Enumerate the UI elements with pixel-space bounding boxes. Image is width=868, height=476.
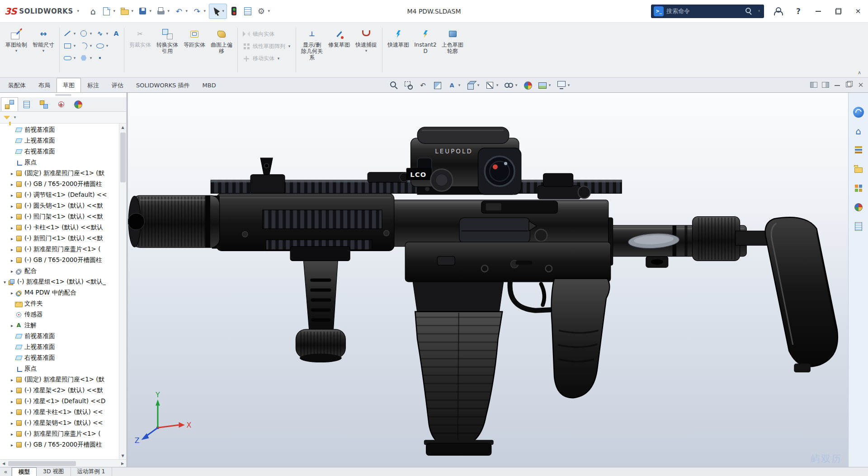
document-view-tab[interactable]: 3D 视图: [37, 467, 71, 476]
tree-item[interactable]: 上视基准面: [0, 342, 119, 352]
expand-arrow-icon[interactable]: ▾: [2, 280, 8, 285]
tree-item[interactable]: ▸ M4 PDW 中的配合: [0, 287, 119, 298]
panel-tab[interactable]: [52, 97, 70, 111]
expand-arrow-icon[interactable]: ▸: [9, 388, 15, 393]
titlebar-button[interactable]: [769, 0, 788, 22]
tree-item[interactable]: ▸ (固定) 新准星照门座<1> (默: [0, 168, 119, 179]
command-search[interactable]: [651, 5, 764, 18]
scroll-right-button[interactable]: [119, 460, 126, 467]
expand-arrow-icon[interactable]: ▸: [9, 171, 15, 176]
expand-arrow-icon[interactable]: ▸: [9, 323, 15, 328]
toolbar-button[interactable]: [209, 4, 227, 19]
document-window-button[interactable]: [821, 81, 830, 90]
tree-item[interactable]: ▾ (-) 新准星组<1> (默认) <默认_: [0, 276, 119, 287]
tree-item[interactable]: ▸ (-) 新照门<1> (默认) <<默: [0, 233, 119, 244]
sketch-tool-button[interactable]: [94, 40, 110, 52]
ribbon-button[interactable]: 快速草图: [385, 26, 412, 49]
tree-item[interactable]: 前视基准面: [0, 124, 119, 135]
ribbon-button[interactable]: 线性草图阵列: [240, 41, 293, 52]
command-tab[interactable]: MBD: [196, 78, 222, 92]
headsup-button[interactable]: [388, 79, 400, 91]
scroll-down-button[interactable]: [119, 452, 127, 459]
headsup-button[interactable]: [417, 79, 429, 91]
expand-arrow-icon[interactable]: ▸: [9, 290, 15, 295]
tree-item[interactable]: ▸ (-) 准星<1> (Default) <<D: [0, 396, 119, 407]
toolbar-button[interactable]: [155, 4, 172, 19]
titlebar-button[interactable]: [848, 0, 868, 22]
toolbar-button[interactable]: [100, 4, 118, 19]
titlebar-button[interactable]: [828, 0, 848, 22]
scrollbar-thumb[interactable]: [120, 133, 126, 182]
tree-item[interactable]: ▸ 注解: [0, 320, 119, 331]
document-view-tab[interactable]: 运动算例 1: [71, 467, 112, 476]
sketch-tool-button[interactable]: [111, 28, 122, 39]
expand-arrow-icon[interactable]: ▸: [9, 225, 15, 230]
ribbon-button[interactable]: 快速捕捉: [353, 26, 380, 54]
expand-arrow-icon[interactable]: ▸: [9, 421, 15, 426]
task-pane-button[interactable]: [851, 200, 866, 214]
tree-horizontal-scrollbar[interactable]: [0, 459, 126, 467]
tree-item[interactable]: 前视基准面: [0, 331, 119, 342]
headsup-button[interactable]: [465, 79, 481, 91]
task-pane-button[interactable]: [851, 219, 866, 233]
expand-arrow-icon[interactable]: ▸: [9, 432, 15, 437]
ribbon-collapse-button[interactable]: [855, 69, 863, 76]
headsup-button[interactable]: [402, 79, 415, 91]
toolbar-button[interactable]: [118, 4, 136, 19]
task-pane-button[interactable]: [851, 105, 866, 119]
ribbon-button[interactable]: Instant2D: [412, 26, 439, 56]
ribbon-button[interactable]: 智能尺寸: [30, 26, 57, 54]
expand-arrow-icon[interactable]: ▸: [9, 377, 15, 382]
document-window-button[interactable]: [833, 80, 842, 90]
toolbar-button[interactable]: [173, 4, 190, 19]
toolbar-button[interactable]: [228, 4, 241, 19]
tree-item[interactable]: ▸ (-) 卡柱<1> (默认) <<默认: [0, 222, 119, 233]
titlebar-button[interactable]: [808, 0, 828, 22]
tree-item[interactable]: ▸ (-) GB / T65-2000开槽圆柱: [0, 439, 119, 450]
expand-arrow-icon[interactable]: ▸: [9, 399, 15, 404]
tree-item[interactable]: ▸ (-) 准星卡柱<1> (默认) <<: [0, 407, 119, 418]
solidworks-menu[interactable]: 3S SOLIDWORKS: [5, 6, 80, 17]
scrollbar-thumb[interactable]: [8, 461, 76, 466]
tree-item[interactable]: ▸ 配合: [0, 266, 119, 276]
expand-arrow-icon[interactable]: ▸: [9, 193, 15, 198]
task-pane-button[interactable]: [851, 162, 866, 176]
document-window-button[interactable]: [856, 81, 865, 90]
model-canvas[interactable]: LEUPOLD LCO: [128, 93, 848, 467]
expand-arrow-icon[interactable]: ▸: [9, 236, 15, 241]
headsup-button[interactable]: [484, 79, 500, 91]
tree-item[interactable]: ▸ (-) 新准星照门座盖片<1> (: [0, 428, 119, 439]
tree-item[interactable]: 上视基准面: [0, 135, 119, 146]
scroll-up-button[interactable]: [119, 124, 127, 131]
tree-item[interactable]: 原点: [0, 363, 119, 374]
expand-arrow-icon[interactable]: ▸: [9, 214, 15, 219]
ribbon-button[interactable]: 草图绘制: [3, 26, 30, 54]
graphics-area[interactable]: LEUPOLD LCO: [128, 93, 848, 467]
expand-arrow-icon[interactable]: ▸: [9, 410, 15, 415]
search-caret-icon[interactable]: [757, 9, 761, 13]
expand-arrow-icon[interactable]: ▸: [9, 182, 15, 187]
ribbon-button[interactable]: 等距实体: [181, 26, 208, 49]
tab-scroll-left-button[interactable]: [0, 467, 12, 476]
headsup-button[interactable]: [555, 79, 572, 91]
ribbon-button[interactable]: 转换实体引用: [154, 26, 181, 56]
ribbon-button[interactable]: 镜向实体: [240, 29, 293, 39]
expand-arrow-icon[interactable]: ▸: [9, 258, 15, 263]
search-input[interactable]: [666, 8, 741, 14]
headsup-button[interactable]: [446, 79, 462, 91]
sketch-tool-button[interactable]: [62, 52, 77, 64]
panel-tab[interactable]: [70, 97, 87, 111]
tree-item[interactable]: ▸ (固定) 新准星照门座<1> (默: [0, 374, 119, 385]
tree-item[interactable]: 原点: [0, 157, 119, 168]
sketch-tool-button[interactable]: [78, 28, 94, 39]
tree-item[interactable]: ▸ (-) 新准星照门座盖片<1> (: [0, 244, 119, 255]
toolbar-button[interactable]: [137, 4, 154, 19]
expand-arrow-icon[interactable]: ▸: [9, 204, 15, 209]
panel-tab[interactable]: [1, 97, 18, 111]
sketch-tool-button[interactable]: [94, 52, 110, 64]
headsup-button[interactable]: [536, 79, 553, 91]
tree-item[interactable]: ▸ (-) GB / T65-2000开槽圆柱: [0, 179, 119, 190]
toolbar-button[interactable]: [241, 4, 254, 19]
document-window-button[interactable]: [844, 80, 854, 90]
tree-item[interactable]: 文件夹: [0, 298, 119, 309]
